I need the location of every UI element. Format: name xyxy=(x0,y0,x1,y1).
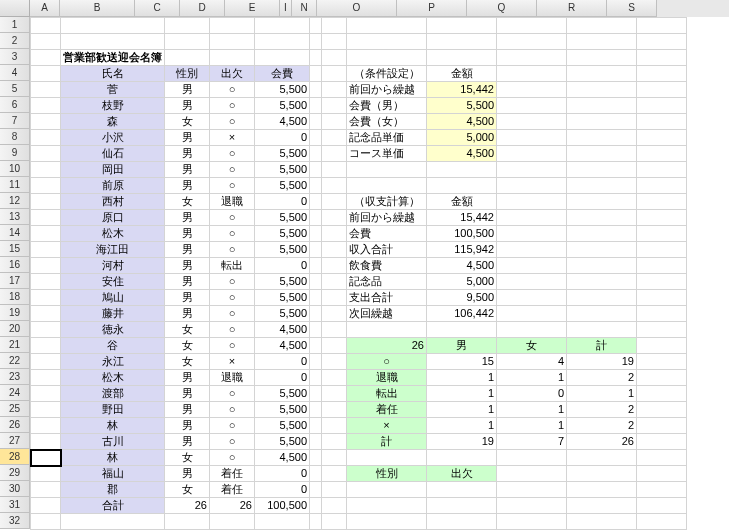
empty-cell[interactable] xyxy=(567,242,637,258)
empty-cell[interactable] xyxy=(31,210,61,226)
empty-cell[interactable] xyxy=(322,514,347,530)
empty-cell[interactable] xyxy=(322,498,347,514)
empty-cell[interactable] xyxy=(31,274,61,290)
empty-cell[interactable] xyxy=(637,306,687,322)
empty-cell[interactable] xyxy=(637,178,687,194)
row-header-14[interactable]: 14 xyxy=(0,225,30,241)
roster-attend[interactable]: 着任 xyxy=(210,466,255,482)
empty-cell[interactable] xyxy=(567,98,637,114)
row-header-18[interactable]: 18 xyxy=(0,289,30,305)
empty-cell[interactable] xyxy=(427,498,497,514)
row-header-23[interactable]: 23 xyxy=(0,369,30,385)
roster-fee[interactable]: 4,500 xyxy=(255,338,310,354)
row-header-7[interactable]: 7 xyxy=(0,113,30,129)
empty-cell[interactable] xyxy=(31,482,61,498)
empty-cell[interactable] xyxy=(31,178,61,194)
empty-cell[interactable] xyxy=(347,514,427,530)
empty-cell[interactable] xyxy=(310,18,322,34)
empty-cell[interactable] xyxy=(322,98,347,114)
empty-cell[interactable] xyxy=(322,274,347,290)
empty-cell[interactable] xyxy=(310,34,322,50)
roster-attend[interactable]: ○ xyxy=(210,178,255,194)
cond-value[interactable]: 15,442 xyxy=(427,82,497,98)
empty-cell[interactable] xyxy=(322,450,347,466)
roster-fee[interactable]: 5,500 xyxy=(255,162,310,178)
empty-cell[interactable] xyxy=(31,370,61,386)
empty-cell[interactable] xyxy=(567,466,637,482)
empty-cell[interactable] xyxy=(322,482,347,498)
roster-attend[interactable]: ○ xyxy=(210,386,255,402)
empty-cell[interactable] xyxy=(637,338,687,354)
row-header-9[interactable]: 9 xyxy=(0,145,30,161)
empty-cell[interactable] xyxy=(310,322,322,338)
roster-attend[interactable]: ○ xyxy=(210,338,255,354)
empty-cell[interactable] xyxy=(567,50,637,66)
roster-fee[interactable]: 5,500 xyxy=(255,402,310,418)
empty-cell[interactable] xyxy=(322,130,347,146)
empty-cell[interactable] xyxy=(567,178,637,194)
empty-cell[interactable] xyxy=(310,466,322,482)
empty-cell[interactable] xyxy=(347,450,427,466)
empty-cell[interactable] xyxy=(347,162,427,178)
roster-fee[interactable]: 0 xyxy=(255,466,310,482)
empty-cell[interactable] xyxy=(567,498,637,514)
roster-attend[interactable]: 退職 xyxy=(210,370,255,386)
empty-cell[interactable] xyxy=(347,498,427,514)
empty-cell[interactable] xyxy=(322,306,347,322)
empty-cell[interactable] xyxy=(255,18,310,34)
empty-cell[interactable] xyxy=(567,482,637,498)
empty-cell[interactable] xyxy=(31,322,61,338)
row-header-4[interactable]: 4 xyxy=(0,65,30,81)
empty-cell[interactable] xyxy=(497,322,567,338)
roster-sex[interactable]: 男 xyxy=(165,210,210,226)
empty-cell[interactable] xyxy=(310,146,322,162)
empty-cell[interactable] xyxy=(310,514,322,530)
empty-cell[interactable] xyxy=(497,514,567,530)
empty-cell[interactable] xyxy=(427,162,497,178)
empty-cell[interactable] xyxy=(31,514,61,530)
empty-cell[interactable] xyxy=(567,146,637,162)
roster-sex[interactable]: 女 xyxy=(165,354,210,370)
roster-name[interactable]: 岡田 xyxy=(61,162,165,178)
roster-name[interactable]: 永江 xyxy=(61,354,165,370)
empty-cell[interactable] xyxy=(637,418,687,434)
empty-cell[interactable] xyxy=(322,210,347,226)
empty-cell[interactable] xyxy=(31,290,61,306)
empty-cell[interactable] xyxy=(322,338,347,354)
roster-fee[interactable]: 5,500 xyxy=(255,242,310,258)
roster-attend[interactable]: ○ xyxy=(210,98,255,114)
row-header-6[interactable]: 6 xyxy=(0,97,30,113)
empty-cell[interactable] xyxy=(310,258,322,274)
empty-cell[interactable] xyxy=(427,34,497,50)
roster-sex[interactable]: 女 xyxy=(165,114,210,130)
roster-name[interactable]: 野田 xyxy=(61,402,165,418)
empty-cell[interactable] xyxy=(427,18,497,34)
empty-cell[interactable] xyxy=(31,306,61,322)
roster-name[interactable]: 西村 xyxy=(61,194,165,210)
roster-name[interactable]: 郡 xyxy=(61,482,165,498)
roster-sex[interactable]: 男 xyxy=(165,242,210,258)
empty-cell[interactable] xyxy=(310,114,322,130)
empty-cell[interactable] xyxy=(567,34,637,50)
roster-attend[interactable]: ○ xyxy=(210,226,255,242)
empty-cell[interactable] xyxy=(31,386,61,402)
row-header-24[interactable]: 24 xyxy=(0,385,30,401)
empty-cell[interactable] xyxy=(31,34,61,50)
empty-cell[interactable] xyxy=(637,386,687,402)
roster-name[interactable]: 松木 xyxy=(61,370,165,386)
roster-sex[interactable]: 男 xyxy=(165,130,210,146)
roster-name[interactable]: 枝野 xyxy=(61,98,165,114)
roster-fee[interactable]: 4,500 xyxy=(255,450,310,466)
empty-cell[interactable] xyxy=(322,242,347,258)
roster-fee[interactable]: 5,500 xyxy=(255,146,310,162)
empty-cell[interactable] xyxy=(310,450,322,466)
empty-cell[interactable] xyxy=(31,354,61,370)
empty-cell[interactable] xyxy=(637,146,687,162)
empty-cell[interactable] xyxy=(31,146,61,162)
empty-cell[interactable] xyxy=(31,82,61,98)
corner-cell[interactable] xyxy=(0,0,30,17)
empty-cell[interactable] xyxy=(637,354,687,370)
empty-cell[interactable] xyxy=(322,386,347,402)
row-header-27[interactable]: 27 xyxy=(0,433,30,449)
empty-cell[interactable] xyxy=(497,178,567,194)
